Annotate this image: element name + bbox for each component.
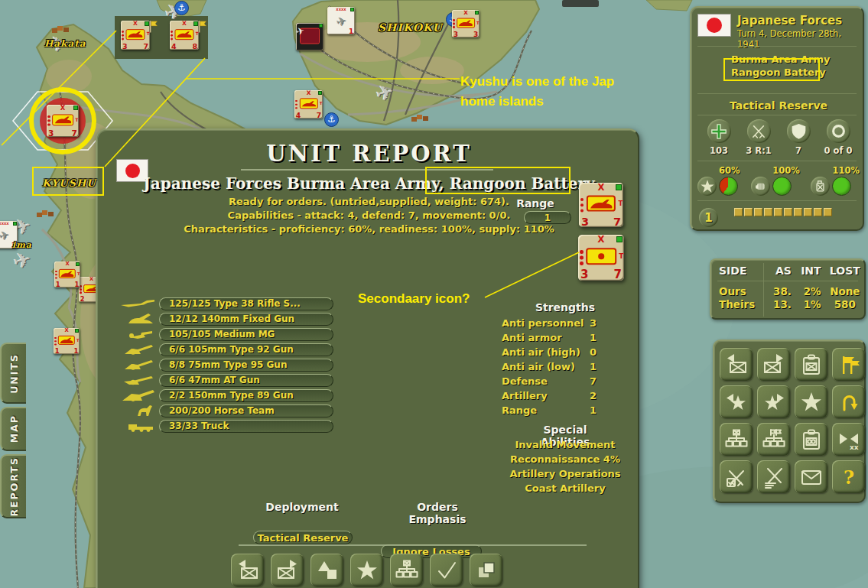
- air-superiority-table: SIDE AS INT LOST Ours 38. 2% None Theirs…: [710, 258, 866, 320]
- strength-pip: [764, 208, 772, 216]
- equipment-pill[interactable]: 8/8 75mm Type 95 Gun: [159, 359, 333, 372]
- undo-icon[interactable]: [832, 385, 865, 418]
- annotation-secondary-note: Secondaary icon?: [358, 291, 470, 307]
- formation-star-icon[interactable]: [350, 554, 383, 586]
- next-unit-icon[interactable]: [757, 348, 790, 381]
- map-label-kyushu: KYUSHU: [42, 177, 96, 189]
- equipment-row: 2/2 150mm Type 89 Gun: [115, 388, 344, 403]
- deployment-pill[interactable]: Tactical Reserve: [253, 531, 353, 544]
- prev-unit-icon[interactable]: [720, 348, 753, 381]
- prev-unit-icon[interactable]: [231, 554, 264, 586]
- equipment-row: 12/12 140mm Fixed Gun: [115, 311, 344, 326]
- heavy-gun-icon: [115, 390, 159, 401]
- formation-star-icon[interactable]: [795, 385, 827, 418]
- map-label-ima: ima: [12, 240, 32, 250]
- star-icon: [697, 177, 717, 196]
- range-value-pill: 1: [524, 211, 571, 224]
- oob-icon[interactable]: [720, 423, 753, 456]
- flag-icon: [148, 20, 158, 33]
- attack-planner-icon[interactable]: [720, 460, 753, 493]
- message-icon[interactable]: [795, 460, 827, 493]
- equipment-row: 6/6 105mm Type 92 Gun: [115, 342, 344, 357]
- strength-pip: [814, 208, 822, 216]
- strength-dots: [171, 31, 173, 33]
- equipment-pill[interactable]: 33/33 Truck: [159, 420, 333, 433]
- unit-symbol: [299, 99, 317, 109]
- deploy-icon[interactable]: [310, 554, 343, 586]
- anchor-icon: ⚓: [324, 112, 339, 127]
- tool-panel: xx?: [713, 339, 866, 503]
- unit-counter[interactable]: X T ✈ 3 3: [452, 10, 480, 37]
- equipment-pill[interactable]: 200/200 Horse Team: [159, 404, 333, 417]
- unit-roster-icon[interactable]: [795, 348, 827, 381]
- ring-icon: [827, 119, 850, 143]
- dialog-toolbar: [231, 554, 502, 586]
- unit-counter[interactable]: X T ✈ 4 8: [170, 21, 199, 50]
- equipment-pill[interactable]: 6/6 47mm AT Gun: [159, 374, 333, 387]
- stat[interactable]: 103: [701, 119, 737, 156]
- horse-icon: [115, 404, 159, 417]
- unit-counter[interactable]: XXXX ✈ 1: [327, 7, 355, 34]
- flag-icon: [197, 20, 206, 33]
- unit-report-dialog: UNIT REPORT Japanese Forces Burma Area A…: [96, 128, 639, 588]
- gauge[interactable]: 100%: [751, 165, 800, 196]
- clone-icon[interactable]: [470, 554, 502, 586]
- objective-flags-icon[interactable]: [832, 348, 865, 381]
- oob-icon[interactable]: [390, 554, 423, 586]
- swords-icon: [747, 119, 771, 143]
- equipment-pill[interactable]: 6/6 105mm Type 92 Gun: [159, 343, 333, 356]
- equipment-row: 6/6 47mm AT Gun: [115, 372, 344, 388]
- help-icon[interactable]: ?: [832, 460, 865, 493]
- strength-row: Anti air (low) 1: [502, 361, 597, 375]
- strength-dots: [453, 19, 455, 21]
- oob-flags-icon[interactable]: [757, 423, 790, 456]
- equipment-pill[interactable]: 125/125 Type 38 Rifle S...: [159, 297, 333, 310]
- annotation-box-subtitle: [425, 167, 571, 194]
- equipment-row: 200/200 Horse Team: [115, 403, 344, 418]
- orders-emphasis-label: Orders Emphasis: [388, 501, 487, 525]
- equipment-pill[interactable]: 105/105 Medium MG: [159, 328, 333, 341]
- fist-icon: [751, 177, 770, 196]
- strength-pips: [734, 208, 832, 216]
- special-ability: Reconnaissance 4%: [481, 453, 649, 468]
- status-square-icon: [616, 236, 623, 242]
- unit-counter[interactable]: ✈: [296, 23, 323, 50]
- equipment-pill[interactable]: 12/12 140mm Fixed Gun: [159, 313, 333, 326]
- strength-dots: [122, 31, 124, 33]
- tab-map[interactable]: MAP: [0, 407, 26, 451]
- roster-loop-icon[interactable]: [795, 423, 827, 456]
- stat[interactable]: 7: [780, 119, 817, 156]
- range-label: Range: [512, 197, 558, 210]
- unit-counter[interactable]: X T ✈ 3 7: [578, 235, 624, 281]
- game-screen: { "map": { "labels": { "port_city": "Hak…: [0, 0, 868, 588]
- attack-list-icon[interactable]: [757, 460, 790, 493]
- unit-counter[interactable]: X T ✈ 3 7: [579, 183, 623, 227]
- tab-units[interactable]: UNITS: [0, 343, 26, 404]
- division-icon[interactable]: xx: [832, 423, 865, 456]
- gauge[interactable]: 60%: [697, 165, 740, 196]
- unit-symbol: [58, 336, 75, 345]
- selected-unit-ring: [29, 87, 96, 154]
- unit-counter[interactable]: X T ✈ 3 7: [121, 21, 150, 50]
- status-square-icon: [475, 11, 479, 15]
- prev-formation-icon[interactable]: [720, 385, 753, 418]
- next-unit-icon[interactable]: [271, 554, 304, 586]
- confirm-icon[interactable]: [430, 554, 463, 586]
- unit-symbol: [125, 29, 145, 40]
- stat[interactable]: 0 of 0: [820, 119, 857, 156]
- stat-row: 103 3 R:1 7 0 of 0: [701, 119, 857, 156]
- map-label-hakata: Hakata: [44, 38, 86, 49]
- tab-reports[interactable]: REPORTS: [0, 454, 26, 518]
- gauge[interactable]: 110%: [811, 165, 860, 196]
- unit-counter[interactable]: X T ✈ 1 1: [54, 328, 80, 354]
- field-gun-icon: [115, 359, 159, 370]
- unit-counter[interactable]: X T ✈ 4 7: [294, 90, 323, 119]
- gauge-row: 60% 100% 110%: [697, 165, 860, 196]
- next-formation-icon[interactable]: [757, 385, 790, 418]
- equipment-pill[interactable]: 2/2 150mm Type 89 Gun: [159, 389, 333, 402]
- col-int: INT: [792, 265, 821, 277]
- unit-counter[interactable]: X T ✈ 1 1: [54, 262, 80, 288]
- at-gun-icon: [115, 375, 159, 385]
- truck-icon: [115, 421, 159, 432]
- stat[interactable]: 3 R:1: [740, 119, 777, 156]
